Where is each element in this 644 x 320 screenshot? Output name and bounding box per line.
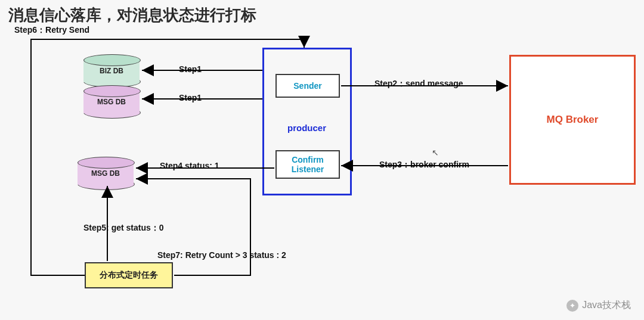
step6-label: Step6：Retry Send [14,25,89,36]
msg-db-1-label: MSG DB [97,98,126,106]
watermark: ✦ Java技术栈 [566,299,631,312]
mq-broker-label: MQ Broker [547,114,599,126]
msg-db-1: MSG DB [83,91,140,113]
sender-label: Sender [293,81,321,91]
msg-db-2-label: MSG DB [91,169,120,178]
diagram-title: 消息信心落库，对消息状态进行打标 [8,5,256,26]
step7-label: Step7: Retry Count > 3 status : 2 [157,250,286,260]
biz-db-label: BIZ DB [100,67,123,75]
step2-label: Step2：send message [374,79,463,89]
mq-broker-box: MQ Broker [509,55,636,185]
confirm-listener-box: Confirm Listener [275,150,340,179]
distributed-task-box: 分布式定时任务 [85,262,173,288]
cursor-icon: ↖ [432,148,439,157]
producer-label: producer [287,123,326,133]
confirm-listener-label: Confirm Listener [292,155,324,174]
step1a-label: Step1 [179,64,202,74]
step1b-label: Step1 [179,93,202,102]
step4-label: Step4 status: 1 [160,161,219,170]
wechat-icon: ✦ [566,300,578,312]
diagram-canvas: 消息信心落库，对消息状态进行打标 Step6：Retry Send BIZ DB… [0,0,644,320]
msg-db-2: MSG DB [78,162,134,185]
step5-label: Step5: get status：0 [83,223,164,234]
sender-box: Sender [275,74,340,98]
biz-db: BIZ DB [83,60,140,82]
distributed-task-label: 分布式定时任务 [100,270,158,281]
step3-label: Step3：broker confirm [379,160,469,170]
watermark-text: Java技术栈 [582,299,631,312]
